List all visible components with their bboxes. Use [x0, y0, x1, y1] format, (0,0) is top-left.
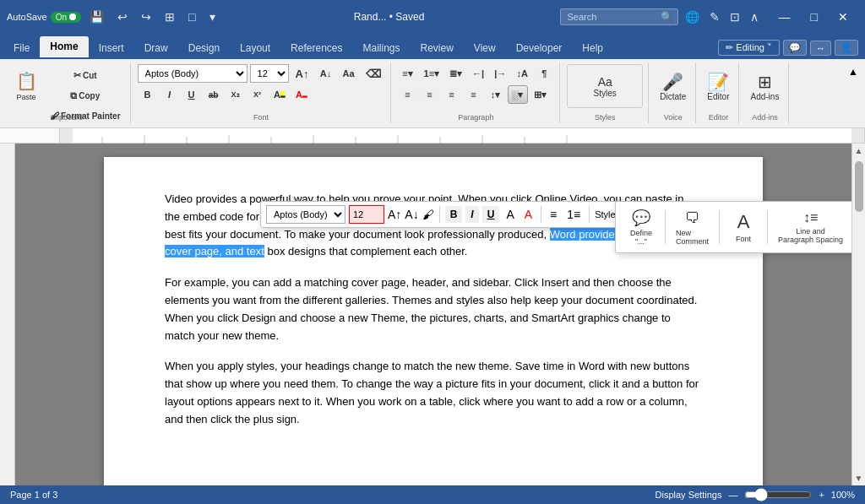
scroll-thumb[interactable] — [855, 161, 863, 212]
styles-label: Styles — [595, 113, 616, 122]
tab-review[interactable]: Review — [411, 38, 464, 59]
paste-button[interactable]: 📋 Paste — [8, 64, 44, 108]
shapes-icon[interactable]: □ — [185, 8, 199, 25]
ribbon-collapse[interactable]: ▲ — [845, 62, 862, 81]
scroll-down-arrow[interactable]: ▼ — [852, 471, 865, 485]
addins-group: ⊞ Add-ins Add-ins — [741, 62, 789, 123]
indent-decrease-button[interactable]: ←| — [468, 64, 488, 83]
tab-design[interactable]: Design — [178, 38, 230, 59]
maximize-button[interactable]: □ — [801, 7, 828, 27]
title-icons: 💾 ↩ ↪ ⊞ □ ▾ — [86, 8, 218, 25]
split-icon[interactable]: ⊡ — [726, 8, 743, 25]
mini-font-select[interactable]: Aptos (Body) — [266, 205, 345, 224]
tab-view[interactable]: View — [464, 38, 506, 59]
line-spacing-button[interactable]: ↕▾ — [486, 85, 506, 104]
table-icon[interactable]: ⊞ — [161, 8, 178, 25]
editor-button[interactable]: 📝 Editor — [703, 64, 733, 108]
zoom-out-icon[interactable]: — — [728, 490, 737, 500]
editing-mode-button[interactable]: ✏ Editing ˅ — [718, 40, 780, 56]
strikethrough-button[interactable]: ab — [204, 85, 224, 104]
close-button[interactable]: ✕ — [828, 7, 858, 27]
mini-highlight-button[interactable]: A — [503, 206, 517, 223]
font-popup-button[interactable]: A Font — [725, 208, 762, 247]
borders-button[interactable]: ⊞▾ — [530, 85, 551, 104]
minimize-button[interactable]: — — [769, 7, 801, 27]
display-settings[interactable]: Display Settings — [656, 490, 722, 500]
define-button[interactable]: 💬 Define "..." — [623, 205, 660, 249]
save-icon[interactable]: 💾 — [86, 8, 107, 25]
collab-btn1[interactable]: 💬 — [783, 40, 807, 56]
mini-bold-button[interactable]: B — [445, 206, 463, 223]
mini-underline-button[interactable]: U — [482, 206, 500, 223]
tab-help[interactable]: Help — [572, 38, 613, 59]
zoom-slider[interactable] — [744, 488, 812, 501]
mini-shrink-icon[interactable]: A↓ — [405, 208, 418, 221]
mini-format-icon[interactable]: 🖌 — [422, 208, 434, 221]
collab-btn3[interactable]: 👤 — [835, 40, 858, 56]
draw-icon[interactable]: ✎ — [706, 8, 723, 25]
tab-home[interactable]: Home — [40, 36, 88, 59]
mini-large-divider1 — [665, 210, 666, 244]
mini-bullets-button[interactable]: ≡ — [547, 206, 560, 223]
undo-icon[interactable]: ↩ — [114, 8, 131, 25]
dictate-button[interactable]: 🎤 Dictate — [656, 64, 690, 108]
new-comment-icon: 🗨 — [685, 209, 700, 227]
more-icon[interactable]: ▾ — [206, 8, 219, 25]
mini-divider3 — [589, 206, 590, 223]
font-family-select[interactable]: Aptos (Body) — [138, 64, 248, 83]
ribbon-collapse-icon[interactable]: ∧ — [747, 8, 762, 25]
shading-button[interactable]: ░▾ — [508, 85, 528, 104]
tab-references[interactable]: References — [280, 38, 352, 59]
underline-button[interactable]: U — [182, 85, 202, 104]
multilevel-button[interactable]: ≣▾ — [445, 64, 466, 83]
sort-button[interactable]: ↕A — [512, 64, 532, 83]
styles-button[interactable]: Aa Styles — [567, 64, 643, 108]
copy-button[interactable]: ⧉ Copy — [46, 86, 125, 105]
redo-icon[interactable]: ↪ — [138, 8, 155, 25]
tab-draw[interactable]: Draw — [134, 38, 178, 59]
font-size-down-button[interactable]: A↓ — [315, 64, 335, 83]
show-marks-button[interactable]: ¶ — [534, 64, 554, 83]
mini-grow-icon[interactable]: A↑ — [388, 208, 401, 221]
zoom-in-icon[interactable]: + — [819, 490, 824, 500]
tab-file[interactable]: File — [3, 38, 40, 59]
paste-icon: 📋 — [16, 71, 37, 91]
mini-numbering-button[interactable]: 1≡ — [563, 206, 584, 223]
mini-italic-button[interactable]: I — [465, 206, 478, 223]
superscript-button[interactable]: X² — [248, 85, 268, 104]
clear-format-button[interactable]: ⌫ — [362, 64, 385, 83]
italic-button[interactable]: I — [160, 85, 180, 104]
bullets-button[interactable]: ≡▾ — [398, 64, 418, 83]
document-area[interactable]: Aptos (Body) A↑ A↓ 🖌 B I U A A ≡ 1≡ Styl… — [15, 144, 851, 485]
justify-button[interactable]: ≡ — [464, 85, 484, 104]
numbering-button[interactable]: 1≡▾ — [420, 64, 444, 83]
tab-layout[interactable]: Layout — [230, 38, 280, 59]
new-comment-button[interactable]: 🗨 New Comment — [671, 206, 714, 249]
align-left-button[interactable]: ≡ — [398, 85, 418, 104]
tab-insert[interactable]: Insert — [89, 38, 134, 59]
scrollbar-right[interactable]: ▲ ▼ — [851, 144, 865, 485]
tab-developer[interactable]: Developer — [506, 38, 573, 59]
addins-button[interactable]: ⊞ Add-ins — [746, 64, 783, 108]
font-size-up-button[interactable]: A↑ — [291, 64, 313, 83]
cut-button[interactable]: ✂ Cut — [46, 66, 125, 84]
collab-btn2[interactable]: ↔ — [810, 41, 831, 56]
align-right-button[interactable]: ≡ — [442, 85, 462, 104]
clipboard-group: 📋 Paste ✂ Cut ⧉ Copy 🖌 Format Painter Cl… — [3, 62, 131, 123]
mini-fontcolor-button[interactable]: A — [521, 206, 536, 223]
align-center-button[interactable]: ≡ — [420, 85, 440, 104]
autosave-label: AutoSave — [7, 12, 47, 22]
indent-increase-button[interactable]: |→ — [490, 64, 510, 83]
tab-mailings[interactable]: Mailings — [352, 38, 410, 59]
line-para-button[interactable]: ↕≡ Line and Paragraph Spacing — [773, 207, 848, 247]
highlight-color-button[interactable]: A▂ — [269, 85, 290, 104]
font-color-button[interactable]: A▂ — [291, 85, 312, 104]
subscript-button[interactable]: X₂ — [226, 85, 246, 104]
mini-font-size[interactable] — [349, 205, 384, 224]
autosave-toggle[interactable]: On — [51, 12, 81, 23]
scroll-up-arrow[interactable]: ▲ — [852, 144, 865, 158]
font-size-select[interactable]: 12 — [250, 64, 289, 83]
browser-icon[interactable]: 🌐 — [682, 8, 703, 25]
change-case-button[interactable]: Aa — [338, 64, 358, 83]
bold-button[interactable]: B — [138, 85, 158, 104]
